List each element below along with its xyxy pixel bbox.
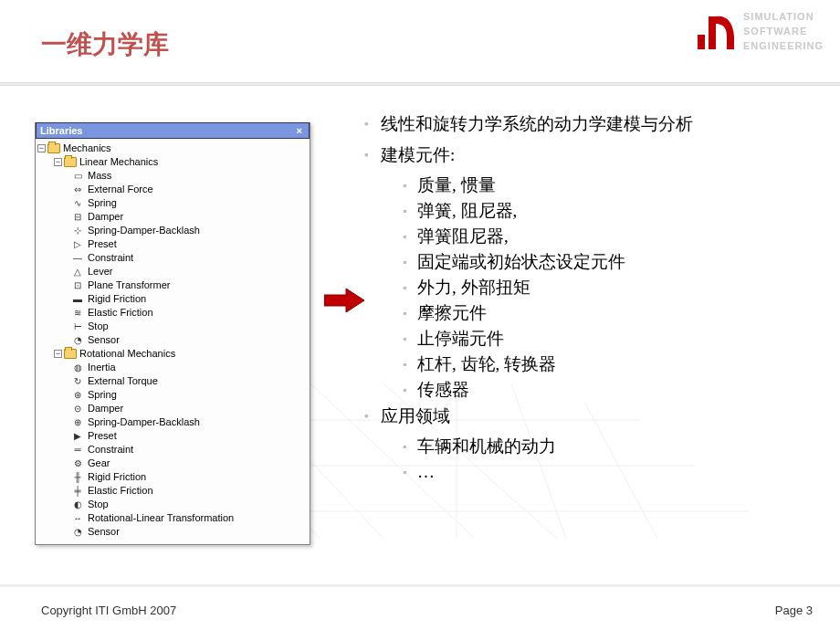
- tree-leaf[interactable]: △Lever: [37, 265, 308, 278]
- tree-label: Stop: [88, 320, 109, 333]
- tree-label: External Torque: [88, 374, 158, 388]
- tree-leaf[interactable]: ▷Preset: [37, 237, 308, 251]
- brand-line: SIMULATION: [743, 9, 824, 24]
- gear-icon: ⚙: [70, 458, 85, 469]
- force-icon: ⇔: [70, 184, 85, 195]
- tree-node-mechanics[interactable]: − Mechanics: [37, 142, 308, 155]
- tree-node-rotational[interactable]: − Rotational Mechanics: [37, 347, 308, 361]
- svg-rect-0: [698, 35, 705, 49]
- tree-leaf[interactable]: ≋Elastic Friction: [37, 306, 308, 320]
- svg-marker-2: [324, 289, 364, 312]
- tree-leaf[interactable]: ═Constraint: [37, 443, 308, 457]
- tree-leaf[interactable]: ↔Rotational-Linear Transformation: [37, 511, 308, 525]
- friction-icon: ╫: [70, 472, 85, 483]
- elastic-friction-icon: ╪: [70, 486, 85, 497]
- tree-label: Stop: [88, 498, 109, 511]
- bullet-l2: 弹簧阻尼器,: [361, 225, 817, 248]
- tree-label: Lever: [88, 265, 113, 278]
- torque-icon: ↻: [70, 376, 85, 387]
- bullet-l2: 弹簧, 阻尼器,: [361, 199, 817, 223]
- bullet-l2: 车辆和机械的动力: [361, 435, 817, 458]
- tree-label: Preset: [88, 237, 117, 251]
- tree-label: Damper: [88, 402, 123, 415]
- bullet-l1: 建模元件:: [361, 142, 817, 168]
- tree-leaf[interactable]: ▶Preset: [37, 429, 308, 443]
- tree-label: Elastic Friction: [88, 484, 153, 498]
- bullet-l1: 线性和旋转力学系统的动力学建模与分析: [361, 111, 817, 137]
- tree-leaf[interactable]: ⊛Spring: [37, 388, 308, 402]
- tree-label: Sensor: [88, 333, 120, 347]
- preset-icon: ▶: [70, 431, 85, 442]
- content-list: 线性和旋转力学系统的动力学建模与分析 建模元件: 质量, 惯量 弹簧, 阻尼器,…: [361, 111, 817, 486]
- tree-label: Plane Transformer: [88, 278, 170, 292]
- tree-leaf[interactable]: ⊝Damper: [37, 402, 308, 415]
- tree-label: Spring: [88, 388, 117, 402]
- bullet-l2: 杠杆, 齿轮, 转换器: [361, 352, 817, 376]
- mass-icon: ▭: [70, 171, 85, 182]
- libraries-titlebar[interactable]: Libraries ×: [36, 122, 310, 139]
- tree-label: Inertia: [88, 361, 116, 374]
- libraries-panel: Libraries × − Mechanics − Linear Mechani…: [35, 122, 310, 545]
- tree-label: Damper: [88, 210, 123, 224]
- bullet-l2: 外力, 外部扭矩: [361, 276, 817, 299]
- friction-icon: ▬: [70, 294, 85, 305]
- collapse-icon[interactable]: −: [54, 158, 62, 166]
- bullet-l2: 传感器: [361, 378, 817, 402]
- damper-icon: ⊝: [70, 404, 85, 415]
- constraint-icon: ═: [70, 445, 85, 456]
- tree-label: Constraint: [88, 443, 133, 457]
- elastic-friction-icon: ≋: [70, 308, 85, 319]
- tree-leaf[interactable]: —Constraint: [37, 251, 308, 265]
- tree-leaf[interactable]: ⇔External Force: [37, 183, 308, 196]
- tree-leaf[interactable]: ◔Sensor: [37, 333, 308, 347]
- tree-leaf[interactable]: ╫Rigid Friction: [37, 470, 308, 484]
- constraint-icon: —: [70, 253, 85, 264]
- folder-icon: [64, 157, 77, 167]
- brand-line: ENGINEERING: [743, 38, 824, 53]
- collapse-icon[interactable]: −: [54, 350, 62, 358]
- tree-leaf[interactable]: ↻External Torque: [37, 374, 308, 388]
- tree-leaf[interactable]: ⊡Plane Transformer: [37, 278, 308, 292]
- page-title: 一维力学库: [41, 27, 169, 62]
- tree-label: Rotational-Linear Transformation: [88, 511, 234, 525]
- tree-node-linear[interactable]: − Linear Mechanics: [37, 155, 308, 169]
- bullet-l2: 止停端元件: [361, 327, 817, 351]
- library-tree[interactable]: − Mechanics − Linear Mechanics ▭Mass ⇔Ex…: [36, 139, 310, 544]
- close-icon[interactable]: ×: [294, 125, 305, 136]
- tree-leaf[interactable]: ⊹Spring-Damper-Backlash: [37, 224, 308, 237]
- folder-icon: [47, 143, 60, 153]
- tree-label: Rotational Mechanics: [79, 347, 175, 361]
- bullet-l2: …: [361, 460, 817, 484]
- bullet-l2: 摩擦元件: [361, 301, 817, 325]
- tree-leaf[interactable]: ◔Sensor: [37, 525, 308, 539]
- spring-icon: ⊛: [70, 390, 85, 401]
- tree-label: External Force: [88, 183, 153, 196]
- brand-line: SOFTWARE: [743, 24, 824, 38]
- bullet-l2: 质量, 惯量: [361, 173, 817, 197]
- tree-leaf[interactable]: ⊕Spring-Damper-Backlash: [37, 415, 308, 429]
- collapse-icon[interactable]: −: [37, 144, 46, 152]
- libraries-title: Libraries: [40, 125, 82, 136]
- spring-damper-icon: ⊕: [70, 417, 85, 428]
- tree-label: Spring-Damper-Backlash: [88, 224, 200, 237]
- stop-icon: ◐: [70, 499, 85, 510]
- tree-leaf[interactable]: ∿Spring: [37, 196, 308, 210]
- spring-damper-icon: ⊹: [70, 226, 85, 236]
- svg-rect-1: [709, 16, 716, 49]
- tree-leaf[interactable]: ▬Rigid Friction: [37, 292, 308, 306]
- lever-icon: △: [70, 267, 85, 278]
- tree-leaf[interactable]: ◐Stop: [37, 498, 308, 511]
- tree-label: Linear Mechanics: [79, 155, 158, 169]
- folder-icon: [64, 349, 77, 359]
- tree-leaf[interactable]: ⊢Stop: [37, 320, 308, 333]
- tree-label: Sensor: [88, 525, 120, 539]
- tree-leaf[interactable]: ╪Elastic Friction: [37, 484, 308, 498]
- tree-leaf[interactable]: ⊟Damper: [37, 210, 308, 224]
- tree-label: Rigid Friction: [88, 292, 146, 306]
- tree-leaf[interactable]: ⚙Gear: [37, 457, 308, 470]
- tree-leaf[interactable]: ◍Inertia: [37, 361, 308, 374]
- tree-label: Mass: [88, 169, 111, 183]
- tree-label: Spring: [88, 196, 117, 210]
- damper-icon: ⊟: [70, 212, 85, 223]
- tree-leaf[interactable]: ▭Mass: [37, 169, 308, 183]
